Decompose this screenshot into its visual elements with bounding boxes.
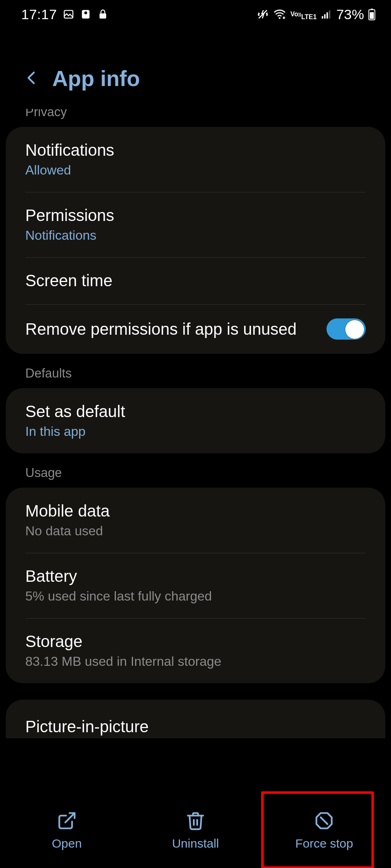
uninstall-button[interactable]: Uninstall [131, 799, 260, 862]
row-storage[interactable]: Storage 83.13 MB used in Internal storag… [6, 618, 385, 683]
row-title: Mobile data [25, 502, 366, 520]
action-label: Open [52, 837, 82, 850]
section-label-defaults: Defaults [6, 354, 385, 388]
row-permissions[interactable]: Permissions Notifications [6, 192, 385, 257]
section-label-privacy: Privacy [6, 109, 385, 127]
status-right: Vo))LTE1 73% [257, 7, 375, 22]
open-button[interactable]: Open [2, 799, 131, 862]
battery-percent: 73% [336, 7, 364, 22]
status-left: 17:17 [21, 7, 109, 22]
svg-line-13 [65, 813, 74, 822]
signal-icon [321, 9, 332, 20]
page-title: App info [52, 66, 140, 91]
row-mobile-data[interactable]: Mobile data No data used [6, 488, 385, 553]
volte-icon: Vo))LTE1 [290, 9, 317, 20]
row-battery[interactable]: Battery 5% used since last fully charged [6, 553, 385, 618]
row-subtitle: In this app [25, 424, 366, 439]
status-bar: 17:17 Vo))LTE1 73% [0, 0, 391, 29]
row-title: Remove permissions if app is unused [25, 320, 297, 338]
trash-icon [185, 811, 206, 833]
card-usage: Mobile data No data used Battery 5% used… [6, 488, 385, 683]
vibrate-icon [257, 8, 269, 20]
row-notifications[interactable]: Notifications Allowed [6, 127, 385, 192]
svg-point-2 [84, 11, 87, 14]
row-title: Permissions [25, 206, 366, 225]
toggle-remove-permissions[interactable] [327, 318, 366, 340]
row-title: Set as default [25, 402, 366, 421]
svg-rect-6 [322, 16, 323, 19]
content[interactable]: Privacy Notifications Allowed Permission… [0, 109, 391, 794]
row-subtitle: Allowed [25, 163, 366, 178]
card-privacy: Notifications Allowed Permissions Notifi… [6, 127, 385, 354]
action-label: Uninstall [172, 837, 219, 850]
svg-line-15 [321, 817, 328, 824]
row-title: Notifications [25, 141, 366, 159]
svg-rect-11 [370, 12, 374, 19]
card-pip: Picture-in-picture [6, 700, 385, 738]
svg-rect-7 [324, 14, 326, 19]
action-label: Force stop [295, 837, 353, 850]
row-subtitle: No data used [25, 523, 366, 539]
wifi-icon [273, 8, 286, 21]
row-remove-permissions[interactable]: Remove permissions if app is unused [6, 304, 385, 354]
svg-point-5 [279, 17, 280, 19]
svg-rect-12 [371, 9, 373, 10]
row-title: Battery [25, 567, 366, 585]
row-set-as-default[interactable]: Set as default In this app [6, 388, 385, 453]
row-subtitle: Notifications [25, 228, 366, 243]
camera-icon [80, 9, 91, 20]
svg-rect-8 [327, 12, 328, 18]
battery-icon [368, 8, 375, 20]
back-icon[interactable] [24, 70, 40, 88]
row-subtitle: 5% used since last fully charged [25, 589, 366, 604]
svg-rect-9 [329, 11, 331, 19]
row-title: Storage [25, 632, 366, 651]
card-defaults: Set as default In this app [6, 388, 385, 453]
row-title: Screen time [25, 272, 366, 290]
lock-icon [97, 9, 109, 20]
image-icon [63, 9, 74, 20]
open-icon [57, 811, 77, 833]
bottom-bar-wrap: Open Uninstall Force stop [0, 794, 391, 868]
status-time: 17:17 [21, 7, 57, 22]
header: App info [0, 29, 391, 109]
bottom-action-bar: Open Uninstall Force stop [0, 794, 391, 868]
force-stop-button[interactable]: Force stop [260, 799, 389, 862]
row-picture-in-picture[interactable]: Picture-in-picture [6, 700, 385, 738]
section-label-usage: Usage [6, 453, 385, 488]
svg-rect-3 [99, 13, 106, 19]
row-screen-time[interactable]: Screen time [6, 257, 385, 304]
row-subtitle: 83.13 MB used in Internal storage [25, 654, 366, 669]
stop-icon [314, 811, 334, 833]
row-title: Picture-in-picture [25, 718, 366, 736]
